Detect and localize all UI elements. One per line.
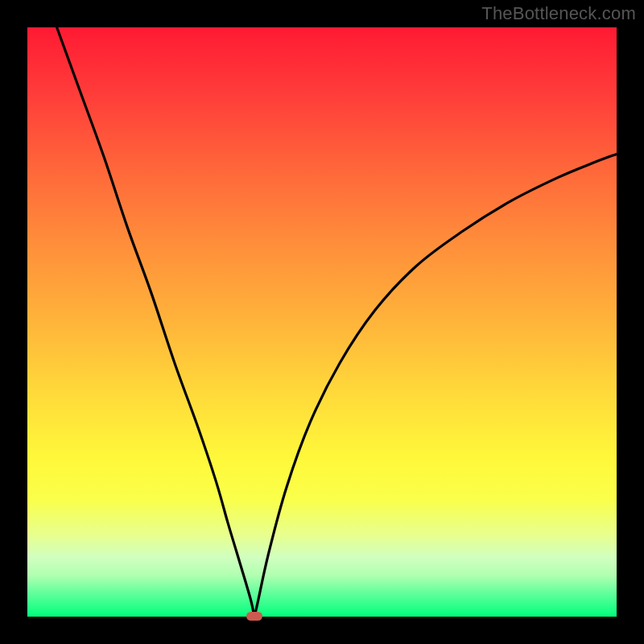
bottleneck-curve-right bbox=[254, 154, 617, 617]
minimum-marker bbox=[246, 612, 262, 621]
bottleneck-curve-left bbox=[57, 27, 254, 617]
chart-svg bbox=[27, 27, 617, 617]
watermark-text: TheBottleneck.com bbox=[481, 3, 636, 24]
chart-frame: TheBottleneck.com bbox=[0, 0, 644, 644]
